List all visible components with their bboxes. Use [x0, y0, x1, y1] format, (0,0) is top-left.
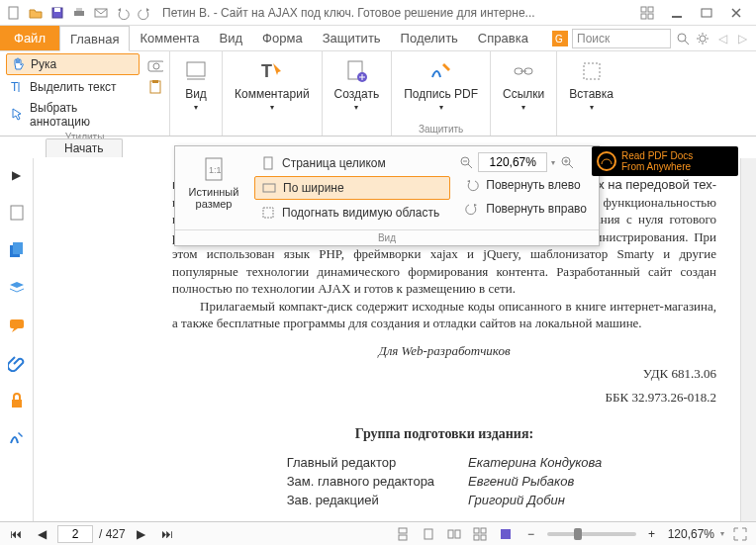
svg-rect-53	[448, 530, 453, 538]
status-zoom-in-icon[interactable]: +	[642, 524, 662, 544]
view-button[interactable]: Вид▾	[176, 53, 216, 116]
fit-page-item[interactable]: Страница целиком	[254, 152, 450, 174]
clipboard-icon[interactable]	[147, 79, 163, 95]
layers-icon[interactable]	[6, 277, 28, 299]
status-zoom-value: 120,67%	[668, 527, 714, 541]
color-invert-icon[interactable]	[496, 524, 516, 544]
tab-view[interactable]: Вид	[210, 26, 253, 50]
svg-point-20	[153, 63, 159, 69]
close-icon[interactable]	[726, 3, 746, 23]
svg-rect-34	[13, 242, 23, 254]
mail-icon[interactable]	[91, 3, 111, 23]
tab-protect[interactable]: Защитить	[313, 26, 391, 50]
vertical-scrollbar[interactable]	[740, 158, 756, 521]
security-icon[interactable]	[6, 390, 28, 411]
select-text-tool[interactable]: T Выделить текст	[6, 77, 140, 97]
svg-rect-31	[584, 63, 600, 79]
layout-single-icon[interactable]	[419, 524, 438, 544]
left-rail: ▶	[0, 158, 34, 521]
layout-facing-icon[interactable]	[444, 524, 464, 544]
prev-page-icon[interactable]: ◀	[32, 524, 51, 544]
promo-badge[interactable]: Read PDF DocsFrom Anywhere	[592, 146, 738, 176]
svg-rect-59	[501, 529, 511, 539]
expand-rail-icon[interactable]: ▶	[6, 164, 28, 186]
redo-icon[interactable]	[135, 3, 154, 23]
bookmarks-icon[interactable]	[6, 202, 28, 224]
tab-home[interactable]: Главная	[59, 26, 130, 51]
page-input[interactable]	[57, 525, 93, 543]
select-annotation-tool[interactable]: Выбрать аннотацию	[6, 99, 140, 131]
tab-share[interactable]: Поделить	[391, 26, 468, 50]
svg-rect-40	[263, 184, 275, 192]
start-tab[interactable]: Начать	[46, 138, 123, 157]
minimize-icon[interactable]	[667, 3, 687, 23]
body-fragment-top-right: ых на передовой тех-	[589, 176, 716, 194]
search-go-icon[interactable]	[675, 31, 691, 46]
svg-rect-19	[148, 61, 163, 71]
tab-comment[interactable]: Коммента	[130, 26, 209, 50]
tab-help[interactable]: Справка	[468, 26, 538, 50]
save-icon[interactable]	[47, 3, 67, 23]
fit-width-item[interactable]: По ширине	[254, 176, 450, 200]
svg-rect-54	[455, 530, 460, 538]
svg-rect-9	[648, 14, 653, 19]
insert-button[interactable]: Вставка▾	[563, 53, 619, 116]
snapshot-icon[interactable]	[147, 57, 163, 73]
new-icon[interactable]	[4, 3, 24, 23]
rotate-left-item[interactable]: Повернуть влево	[458, 174, 593, 196]
sign-icon	[427, 57, 455, 85]
zoom-in-icon[interactable]	[559, 154, 575, 170]
svg-rect-35	[10, 319, 24, 328]
svg-line-48	[569, 164, 573, 168]
create-button[interactable]: Создать▾	[329, 53, 386, 116]
zoom-input[interactable]	[478, 152, 547, 172]
links-button[interactable]: Ссылки▾	[497, 53, 550, 116]
comment-button[interactable]: T Комментарий▾	[229, 53, 316, 116]
next-page-icon[interactable]: ▶	[132, 524, 151, 544]
undo-icon[interactable]	[113, 3, 133, 23]
svg-rect-50	[399, 528, 407, 533]
gear-icon[interactable]	[695, 31, 710, 46]
svg-rect-11	[702, 9, 711, 17]
layout-facing-cont-icon[interactable]	[470, 524, 490, 544]
view-icon	[182, 57, 210, 85]
actual-size-button[interactable]: 1:1 Истинный размер	[181, 152, 246, 224]
svg-point-16	[700, 36, 706, 42]
ribbon-mode-icon[interactable]	[637, 3, 657, 23]
zoom-out-icon[interactable]	[458, 154, 474, 170]
fit-visible-item[interactable]: Подогнать видимую область	[254, 202, 450, 224]
open-icon[interactable]	[26, 3, 46, 23]
body-paragraph-2: Прилагаемый компакт-диск содержит исходн…	[172, 298, 716, 332]
svg-rect-55	[474, 528, 479, 533]
app-icon[interactable]: G	[552, 31, 568, 46]
fit-page-icon	[260, 155, 276, 171]
roles-table: Главный редакторЕкатерина Кондукова Зам.…	[269, 452, 620, 510]
prev-find-icon[interactable]: ◁	[714, 31, 730, 46]
create-icon	[342, 57, 370, 85]
layout-continuous-icon[interactable]	[393, 524, 413, 544]
signatures-icon[interactable]	[6, 427, 28, 449]
fullscreen-icon[interactable]	[730, 524, 750, 544]
last-page-icon[interactable]: ⏭	[157, 524, 177, 544]
pages-icon[interactable]	[6, 239, 28, 261]
comment-icon: T	[258, 57, 286, 85]
svg-rect-52	[425, 529, 432, 539]
rotate-right-item[interactable]: Повернуть вправо	[458, 198, 593, 220]
sign-button[interactable]: Подпись PDF▾	[398, 53, 484, 116]
print-icon[interactable]	[69, 3, 89, 23]
maximize-icon[interactable]	[697, 3, 716, 23]
search-input[interactable]: Поиск	[572, 29, 671, 48]
zoom-slider[interactable]	[547, 532, 636, 536]
svg-line-15	[685, 41, 689, 45]
first-page-icon[interactable]: ⏮	[6, 524, 26, 544]
next-find-icon[interactable]: ▷	[734, 31, 750, 46]
attachments-icon[interactable]	[6, 352, 28, 374]
svg-rect-2	[54, 8, 60, 12]
hand-tool[interactable]: Рука	[6, 53, 140, 75]
page-total: / 427	[99, 527, 126, 541]
status-zoom-out-icon[interactable]: −	[521, 524, 541, 544]
comments-panel-icon[interactable]	[6, 315, 28, 336]
file-tab[interactable]: Файл	[0, 26, 59, 50]
svg-rect-23	[187, 62, 205, 76]
tab-form[interactable]: Форма	[252, 26, 313, 50]
